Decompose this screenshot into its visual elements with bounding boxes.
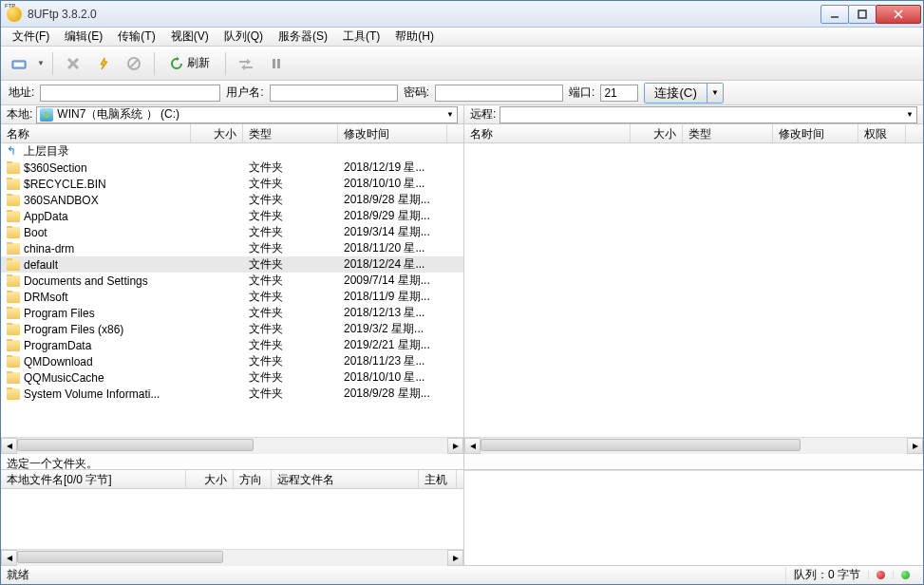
- file-row[interactable]: default文件夹2018/12/24 星...: [1, 256, 463, 273]
- col-host[interactable]: 主机: [419, 470, 457, 488]
- connect-dropdown[interactable]: ▼: [707, 84, 723, 103]
- connect-icon[interactable]: [7, 51, 31, 76]
- local-file-list[interactable]: 上层目录$360Section文件夹2018/12/19 星...$RECYCL…: [1, 143, 463, 437]
- log-area[interactable]: [464, 470, 923, 565]
- dropdown-arrow-icon[interactable]: ▼: [37, 59, 45, 67]
- connect-button[interactable]: 连接(C): [645, 84, 707, 103]
- port-input[interactable]: [600, 85, 638, 102]
- scroll-left-icon[interactable]: ◂: [1, 438, 17, 454]
- username-input[interactable]: [270, 85, 398, 102]
- col-size[interactable]: 大小: [186, 470, 234, 488]
- file-row[interactable]: Boot文件夹2019/3/14 星期...: [1, 224, 463, 240]
- scroll-right-icon[interactable]: ▸: [907, 438, 923, 454]
- refresh-button[interactable]: 刷新: [162, 51, 217, 76]
- window-title: 8UFtp 3.8.2.0: [28, 8, 821, 21]
- col-date[interactable]: 修改时间: [773, 124, 858, 142]
- menu-item[interactable]: 视图(V): [163, 27, 217, 47]
- log-pane: [464, 470, 923, 565]
- scroll-right-icon[interactable]: ▸: [447, 550, 463, 566]
- local-queue-pane: 本地文件名[0/0 字节] 大小 方向 远程文件名 主机 ◂ ▸: [1, 470, 464, 565]
- pause-icon[interactable]: [264, 51, 289, 76]
- folder-icon: [7, 308, 20, 319]
- queue-hscroll[interactable]: ◂ ▸: [1, 549, 463, 565]
- menu-item[interactable]: 编辑(E): [57, 27, 110, 47]
- folder-icon: [7, 292, 20, 303]
- remote-hscroll[interactable]: ◂ ▸: [464, 437, 923, 453]
- remote-header[interactable]: 名称 大小 类型 修改时间 权限: [464, 124, 923, 143]
- file-row[interactable]: QQMusicCache文件夹2018/10/10 星...: [1, 369, 463, 386]
- close-button[interactable]: [876, 5, 921, 24]
- file-row[interactable]: Program Files (x86)文件夹2019/3/2 星期...: [1, 321, 463, 337]
- folder-icon: [7, 340, 20, 351]
- file-row[interactable]: AppData文件夹2018/9/29 星期...: [1, 208, 463, 224]
- col-date[interactable]: 修改时间: [338, 124, 447, 142]
- status-ready: 就绪: [7, 567, 29, 583]
- folder-icon: [7, 275, 20, 287]
- svg-rect-5: [14, 63, 24, 66]
- titlebar[interactable]: 8UFtp 3.8.2.0: [1, 1, 923, 28]
- menu-item[interactable]: 工具(T): [335, 27, 387, 47]
- queue-header[interactable]: 本地文件名[0/0 字节] 大小 方向 远程文件名 主机: [1, 470, 463, 489]
- scroll-left-icon[interactable]: ◂: [1, 550, 17, 566]
- col-type[interactable]: 类型: [243, 124, 338, 142]
- menu-item[interactable]: 传输(T): [110, 27, 162, 47]
- col-name[interactable]: 名称: [1, 124, 191, 142]
- remote-file-list[interactable]: [464, 143, 923, 437]
- file-row[interactable]: QMDownload文件夹2018/11/23 星...: [1, 353, 463, 369]
- remote-status: [464, 453, 923, 470]
- file-row[interactable]: $RECYCLE.BIN文件夹2018/10/10 星...: [1, 176, 463, 192]
- transfer-icon[interactable]: [234, 51, 258, 76]
- password-input[interactable]: [435, 85, 563, 102]
- svg-rect-11: [277, 59, 280, 68]
- local-hscroll[interactable]: ◂ ▸: [1, 437, 463, 453]
- minimize-button[interactable]: [820, 5, 849, 24]
- col-type[interactable]: 类型: [683, 124, 773, 142]
- maximize-button[interactable]: [848, 5, 877, 24]
- menu-item[interactable]: 队列(Q): [217, 27, 271, 47]
- username-label: 用户名:: [226, 85, 263, 101]
- col-size[interactable]: 大小: [631, 124, 683, 142]
- cancel-icon[interactable]: [61, 51, 85, 76]
- file-row[interactable]: $360Section文件夹2018/12/19 星...: [1, 160, 463, 176]
- file-row[interactable]: DRMsoft文件夹2018/11/9 星期...: [1, 289, 463, 305]
- local-path-combo[interactable]: WIN7（电脑系统 ） (C:) ▼: [36, 106, 458, 123]
- col-dir[interactable]: 方向: [234, 470, 272, 488]
- file-row[interactable]: china-drm文件夹2018/11/20 星...: [1, 240, 463, 256]
- menu-item[interactable]: 帮助(H): [387, 27, 442, 47]
- file-area: 名称 大小 类型 修改时间 上层目录$360Section文件夹2018/12/…: [1, 124, 923, 470]
- scroll-left-icon[interactable]: ◂: [464, 438, 481, 454]
- stop-icon[interactable]: [122, 51, 146, 76]
- col-name[interactable]: 名称: [464, 124, 631, 142]
- address-input[interactable]: [40, 85, 220, 102]
- menubar: 文件(F)编辑(E)传输(T)视图(V)队列(Q)服务器(S)工具(T)帮助(H…: [1, 28, 923, 47]
- local-path-value: WIN7（电脑系统 ） (C:): [57, 106, 179, 123]
- chevron-down-icon: ▼: [906, 110, 914, 119]
- file-row[interactable]: Program Files文件夹2018/12/13 星...: [1, 305, 463, 321]
- connect-bar: 地址: 用户名: 密码: 端口: 连接(C) ▼: [1, 81, 923, 105]
- col-size[interactable]: 大小: [191, 124, 243, 142]
- file-row[interactable]: 上层目录: [1, 143, 463, 160]
- up-folder-icon: [7, 146, 20, 158]
- folder-icon: [7, 211, 20, 222]
- col-remote-name[interactable]: 远程文件名: [272, 470, 419, 488]
- remote-path-combo[interactable]: ▼: [500, 106, 917, 123]
- refresh-label: 刷新: [187, 55, 210, 71]
- statusbar: 就绪 队列：0 字节: [1, 565, 923, 584]
- queue-list[interactable]: [1, 489, 463, 549]
- local-header[interactable]: 名称 大小 类型 修改时间: [1, 124, 463, 143]
- svg-rect-10: [273, 59, 275, 68]
- remote-file-pane: 名称 大小 类型 修改时间 权限 ◂ ▸: [464, 124, 923, 470]
- remote-path-label: 远程:: [470, 106, 496, 123]
- address-label: 地址:: [9, 85, 34, 101]
- col-local-name[interactable]: 本地文件名[0/0 字节]: [1, 470, 186, 488]
- file-row[interactable]: ProgramData文件夹2019/2/21 星期...: [1, 337, 463, 353]
- port-label: 端口:: [569, 85, 594, 101]
- lightning-icon[interactable]: [91, 51, 116, 76]
- file-row[interactable]: Documents and Settings文件夹2009/7/14 星期...: [1, 273, 463, 289]
- menu-item[interactable]: 文件(F): [5, 27, 57, 47]
- file-row[interactable]: System Volume Informati...文件夹2018/9/28 星…: [1, 386, 463, 402]
- menu-item[interactable]: 服务器(S): [271, 27, 335, 47]
- scroll-right-icon[interactable]: ▸: [447, 438, 463, 454]
- col-perm[interactable]: 权限: [858, 124, 906, 142]
- file-row[interactable]: 360SANDBOX文件夹2018/9/28 星期...: [1, 192, 463, 208]
